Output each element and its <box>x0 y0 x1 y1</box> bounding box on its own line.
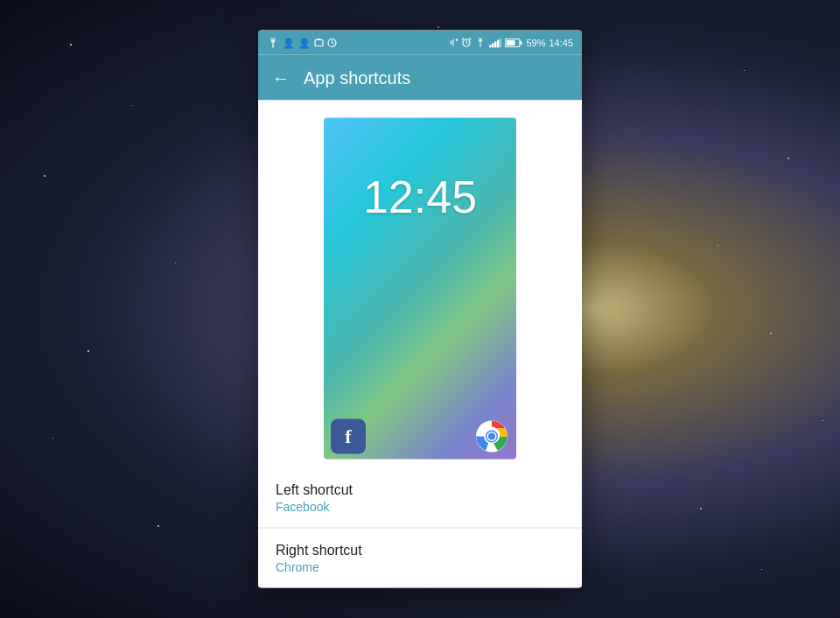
clock-icon-status <box>327 38 337 47</box>
chrome-shortcut-icon <box>474 419 509 454</box>
svg-rect-16 <box>492 43 494 47</box>
svg-marker-6 <box>450 39 454 47</box>
status-left-icons: 👤 👤 <box>267 37 337 48</box>
alarm-icon <box>461 38 472 48</box>
signal-icon <box>489 38 501 47</box>
svg-line-12 <box>462 39 464 40</box>
svg-point-26 <box>488 433 495 440</box>
svg-line-5 <box>332 43 335 44</box>
battery-icon <box>505 38 522 47</box>
svg-rect-17 <box>494 41 497 47</box>
wifi-icon <box>267 38 279 47</box>
person2-icon: 👤 <box>298 37 311 48</box>
facebook-shortcut-icon: f <box>331 419 366 454</box>
left-shortcut-value: Facebook <box>276 500 564 514</box>
lock-screen-shortcuts: f <box>324 419 516 460</box>
chrome-svg-icon <box>475 420 508 453</box>
lock-screen-preview: 12:45 f <box>324 118 516 460</box>
app-bar-title: App shortcuts <box>304 67 410 88</box>
facebook-letter: f <box>345 425 351 448</box>
battery-percent: 59% <box>526 38 545 48</box>
back-button[interactable]: ← <box>272 67 290 88</box>
svg-rect-2 <box>318 39 321 40</box>
svg-rect-19 <box>500 38 501 47</box>
screen-icon <box>314 38 324 47</box>
lock-screen-time: 12:45 <box>324 171 516 223</box>
left-shortcut-item[interactable]: Left shortcut Facebook <box>258 468 582 529</box>
svg-point-0 <box>272 46 274 47</box>
app-bar: ← App shortcuts <box>258 55 582 101</box>
phone-container: 👤 👤 <box>258 31 582 588</box>
svg-rect-21 <box>521 41 522 45</box>
svg-line-11 <box>466 43 468 44</box>
status-right-icons: 59% 14:45 <box>449 38 573 48</box>
right-shortcut-value: Chrome <box>276 560 564 574</box>
person-icon: 👤 <box>283 37 295 48</box>
svg-rect-18 <box>497 39 500 47</box>
status-bar: 👤 👤 <box>258 31 582 55</box>
svg-point-14 <box>480 46 482 47</box>
mute-icon <box>449 38 458 48</box>
wifi2-icon <box>475 39 486 47</box>
status-time: 14:45 <box>549 38 573 48</box>
svg-rect-1 <box>315 39 323 46</box>
svg-line-13 <box>469 39 471 40</box>
svg-rect-22 <box>507 40 515 46</box>
svg-rect-15 <box>489 45 492 47</box>
preview-area: 12:45 f <box>258 101 582 468</box>
right-shortcut-label: Right shortcut <box>276 543 564 558</box>
right-shortcut-item[interactable]: Right shortcut Chrome <box>258 529 582 588</box>
left-shortcut-label: Left shortcut <box>276 482 564 498</box>
settings-list: Left shortcut Facebook Right shortcut Ch… <box>258 468 582 588</box>
